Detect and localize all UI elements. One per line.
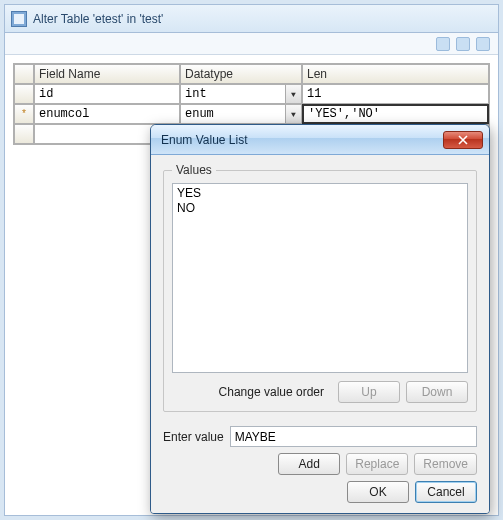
values-group: Values YES NO Change value order Up Down	[163, 163, 477, 412]
row-handle-header	[14, 64, 34, 84]
toolbar-icon-3[interactable]	[476, 37, 490, 51]
col-header-len[interactable]: Len	[302, 64, 489, 84]
dialog-body: Values YES NO Change value order Up Down…	[151, 155, 489, 513]
enum-value-list-dialog: Enum Value List Values YES NO Change val…	[150, 124, 490, 514]
title-bar: Alter Table 'etest' in 'test'	[5, 5, 498, 33]
cell-datatype-value: enum	[185, 107, 214, 121]
enter-value-input[interactable]	[230, 426, 477, 447]
chevron-down-icon[interactable]: ▼	[285, 85, 301, 103]
cell-fieldname[interactable]: id	[34, 84, 180, 104]
col-header-datatype[interactable]: Datatype	[180, 64, 302, 84]
list-item[interactable]: YES	[177, 186, 463, 201]
replace-button[interactable]: Replace	[346, 453, 408, 475]
toolbar	[5, 33, 498, 55]
cell-len-selected[interactable]: 'YES','NO'	[302, 104, 489, 124]
table-row[interactable]: id int ▼ 11	[14, 84, 489, 104]
window-title: Alter Table 'etest' in 'test'	[33, 12, 163, 26]
ok-button[interactable]: OK	[347, 481, 409, 503]
cell-len[interactable]: 11	[302, 84, 489, 104]
cell-datatype-value: int	[185, 87, 207, 101]
table-icon	[11, 11, 27, 27]
chevron-down-icon[interactable]: ▼	[285, 105, 301, 123]
edit-buttons-row: Add Replace Remove	[163, 453, 477, 475]
grid-header-row: Field Name Datatype Len	[14, 64, 489, 84]
cell-fieldname[interactable]: enumcol	[34, 104, 180, 124]
order-row: Change value order Up Down	[172, 381, 468, 403]
close-button[interactable]	[443, 131, 483, 149]
cell-datatype[interactable]: int ▼	[180, 84, 302, 104]
dialog-footer: OK Cancel	[163, 475, 477, 503]
toolbar-icon-2[interactable]	[456, 37, 470, 51]
close-icon	[458, 135, 468, 145]
cancel-button[interactable]: Cancel	[415, 481, 477, 503]
up-button[interactable]: Up	[338, 381, 400, 403]
cell-datatype[interactable]: enum ▼	[180, 104, 302, 124]
add-button[interactable]: Add	[278, 453, 340, 475]
toolbar-icon-1[interactable]	[436, 37, 450, 51]
dialog-title-bar[interactable]: Enum Value List	[151, 125, 489, 155]
col-header-fieldname[interactable]: Field Name	[34, 64, 180, 84]
row-marker[interactable]: *	[14, 104, 34, 124]
values-legend: Values	[172, 163, 216, 177]
enter-row: Enter value	[163, 426, 477, 447]
change-order-label: Change value order	[172, 385, 332, 399]
down-button[interactable]: Down	[406, 381, 468, 403]
list-item[interactable]: NO	[177, 201, 463, 216]
row-marker[interactable]	[14, 84, 34, 104]
enter-value-label: Enter value	[163, 430, 224, 444]
row-marker[interactable]	[14, 124, 34, 144]
remove-button[interactable]: Remove	[414, 453, 477, 475]
values-listbox[interactable]: YES NO	[172, 183, 468, 373]
dialog-title: Enum Value List	[161, 133, 248, 147]
table-row[interactable]: * enumcol enum ▼ 'YES','NO'	[14, 104, 489, 124]
